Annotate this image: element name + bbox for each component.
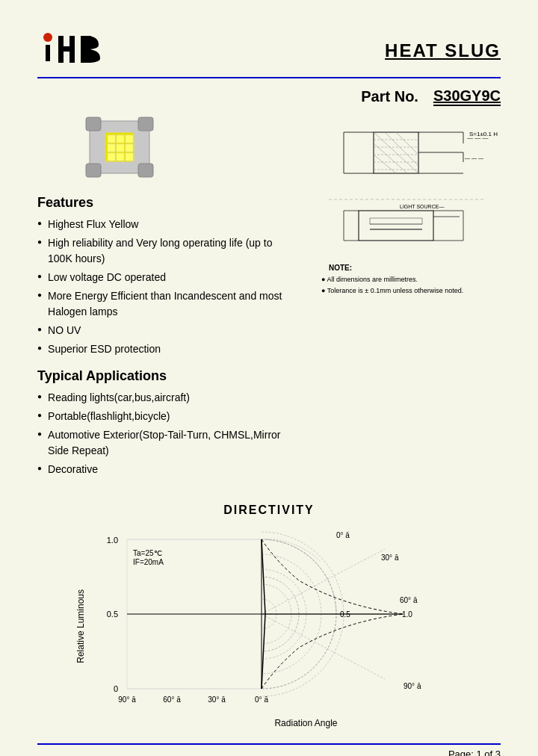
svg-rect-47 [359, 211, 433, 241]
footer-divider [37, 743, 501, 745]
app-item-3: Automotive Exterior(Stop-Tail-Turn, CHMS… [37, 427, 288, 459]
logo-svg [37, 30, 105, 71]
directivity-svg: 1.0 0.5 0 90° ā 60° ā 30° ā 0° ā Ta=25℃ … [90, 524, 463, 711]
app-item-1: Reading lights(car,bus,aircraft) [37, 390, 288, 406]
chart-wrapper: Relative Luminous 1.0 [37, 524, 501, 728]
page: HEAT SLUG Part No. S30GY9C [0, 0, 538, 756]
feature-item-1: Highest Flux Yellow [37, 217, 288, 232]
svg-text:30° ā: 30° ā [381, 554, 399, 562]
page-title: HEAT SLUG [385, 40, 501, 61]
svg-text:1.0: 1.0 [402, 610, 412, 619]
svg-text:60° ā: 60° ā [163, 695, 181, 704]
svg-line-31 [396, 132, 418, 155]
feature-item-5: NO UV [37, 323, 288, 338]
feature-item-4: More Energy Efficient than Incandescent … [37, 288, 288, 320]
svg-text:● All dimensions are millimetr: ● All dimensions are millimetres. [321, 276, 418, 283]
features-title: Features [37, 195, 288, 211]
feature-item-2: High reliability and Very long operating… [37, 235, 288, 267]
led-chip-image [82, 114, 288, 184]
chart-title: DIRECTIVITY [37, 504, 501, 517]
svg-line-30 [374, 132, 418, 173]
svg-text:90° ā: 90° ā [118, 695, 136, 704]
header-divider [37, 77, 501, 78]
features-list: Highest Flux Yellow High reliability and… [37, 217, 288, 357]
svg-rect-8 [81, 58, 91, 63]
svg-rect-17 [126, 135, 133, 143]
svg-rect-12 [86, 164, 101, 177]
right-column: — — — — — — S=1±0.1 H LIGHT SOURCE— [299, 114, 501, 489]
svg-point-0 [43, 33, 52, 42]
svg-text:NOTE:: NOTE: [329, 264, 352, 272]
y-axis-label: Relative Luminous [75, 589, 86, 663]
app-item-2: Portable(flashlight,bicycle) [37, 409, 288, 424]
left-column: Features Highest Flux Yellow High reliab… [37, 114, 288, 489]
svg-rect-11 [138, 117, 153, 131]
svg-text:0° ā: 0° ā [336, 531, 350, 539]
svg-rect-18 [108, 144, 115, 152]
svg-text:— — —: — — — [465, 155, 483, 161]
svg-rect-13 [138, 164, 153, 177]
applications-title: Typical Applications [37, 368, 288, 384]
svg-rect-4 [69, 36, 75, 63]
svg-rect-22 [117, 153, 124, 161]
led-chip-svg [82, 114, 157, 181]
svg-text:Ta=25℃: Ta=25℃ [133, 549, 162, 557]
svg-text:0.5: 0.5 [106, 610, 117, 619]
page-header: HEAT SLUG [37, 30, 501, 71]
svg-rect-15 [108, 135, 115, 143]
part-number-value: S30GY9C [433, 87, 501, 106]
part-number-row: Part No. S30GY9C [37, 87, 501, 106]
svg-rect-1 [46, 45, 50, 61]
svg-text:0: 0 [113, 684, 117, 693]
svg-text:90° ā: 90° ā [404, 682, 421, 690]
applications-section: Typical Applications Reading lights(car,… [37, 368, 288, 477]
svg-line-33 [385, 132, 418, 166]
svg-rect-48 [370, 218, 422, 224]
x-axis-label: Radiation Angle [149, 718, 463, 728]
svg-text:0.5: 0.5 [340, 610, 350, 619]
features-section: Features Highest Flux Yellow High reliab… [37, 195, 288, 357]
svg-rect-23 [126, 153, 133, 161]
footer-page-info: Page: 1 of 3 [37, 749, 501, 756]
svg-text:1.0: 1.0 [106, 536, 117, 545]
svg-text:60° ā: 60° ā [400, 596, 418, 604]
main-content: Features Highest Flux Yellow High reliab… [37, 114, 501, 489]
svg-text:30° ā: 30° ā [208, 695, 226, 704]
svg-rect-20 [126, 144, 133, 152]
logo [37, 30, 105, 71]
svg-text:0° ā: 0° ā [255, 695, 268, 704]
svg-rect-21 [108, 153, 115, 161]
svg-rect-10 [86, 117, 101, 131]
chart-area: 1.0 0.5 0 90° ā 60° ā 30° ā 0° ā Ta=25℃ … [90, 524, 463, 728]
svg-rect-19 [117, 144, 124, 152]
directivity-chart-section: DIRECTIVITY Relative Luminous [37, 504, 501, 728]
svg-line-32 [374, 155, 396, 173]
part-number-label: Part No. [361, 88, 418, 105]
svg-text:S=1±0.1 H: S=1±0.1 H [469, 131, 498, 137]
feature-item-6: Superior ESD protection [37, 341, 288, 357]
svg-text:● Tolerance is  ± 0.1mm unless: ● Tolerance is ± 0.1mm unless otherwise … [321, 287, 463, 294]
technical-diagram-svg: — — — — — — S=1±0.1 H LIGHT SOURCE— [299, 121, 501, 345]
app-item-4: Decorative [37, 462, 288, 477]
feature-item-3: Low voltage DC operated [37, 270, 288, 285]
applications-list: Reading lights(car,bus,aircraft) Portabl… [37, 390, 288, 477]
svg-text:IF=20mA: IF=20mA [133, 558, 164, 566]
svg-rect-16 [117, 135, 124, 143]
svg-text:LIGHT SOURCE—: LIGHT SOURCE— [400, 204, 444, 209]
